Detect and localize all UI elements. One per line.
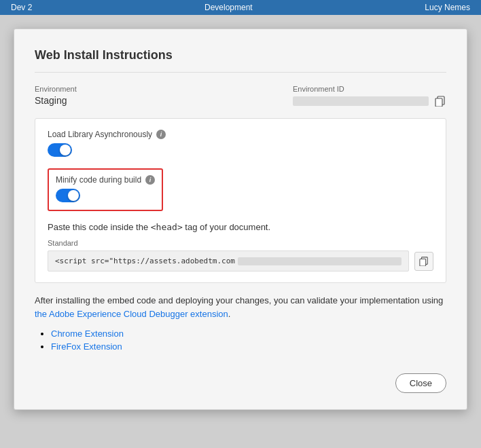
topbar-left: Dev 2 bbox=[11, 3, 32, 12]
after-install-text: After installing the embed code and depl… bbox=[35, 294, 446, 320]
copy-code-button[interactable] bbox=[414, 252, 433, 271]
environment-label: Environment bbox=[35, 85, 77, 93]
modal-dialog: Web Install Instructions Environment Sta… bbox=[14, 29, 467, 410]
minify-label-row: Minify code during build i bbox=[56, 175, 155, 185]
chrome-extension-link[interactable]: Chrome Extension bbox=[51, 329, 124, 339]
paste-text: Paste this code inside the <head> tag of… bbox=[48, 222, 433, 232]
close-button[interactable]: Close bbox=[395, 373, 446, 393]
standard-label: Standard bbox=[48, 239, 433, 247]
environment-row: Environment Staging Environment ID bbox=[35, 85, 446, 107]
minify-row: Minify code during build i bbox=[48, 168, 163, 211]
minify-info-icon[interactable]: i bbox=[145, 175, 155, 185]
extension-list: Chrome Extension FireFox Extension bbox=[35, 329, 446, 352]
environment-id-section: Environment ID bbox=[293, 85, 446, 107]
modal-footer: Close bbox=[35, 368, 446, 393]
load-async-row: Load Library Asynchronously i bbox=[48, 130, 433, 159]
firefox-extension-link[interactable]: FireFox Extension bbox=[51, 341, 122, 352]
environment-left: Environment Staging bbox=[35, 85, 77, 106]
list-item: FireFox Extension bbox=[51, 341, 446, 352]
modal-title: Web Install Instructions bbox=[35, 48, 446, 73]
svg-rect-1 bbox=[435, 98, 442, 107]
environment-id-value bbox=[293, 95, 446, 107]
code-row: <script src="https://assets.adobedtm.com bbox=[48, 250, 433, 272]
load-async-toggle[interactable] bbox=[48, 143, 72, 157]
code-text: <script src="https://assets.adobedtm.com bbox=[55, 257, 235, 265]
load-async-info-icon[interactable]: i bbox=[156, 130, 166, 139]
environment-id-blurred bbox=[293, 96, 429, 106]
head-tag: <head> bbox=[151, 222, 183, 232]
minify-highlighted-row: Minify code during build i bbox=[48, 168, 433, 211]
overlay: Web Install Instructions Environment Sta… bbox=[0, 15, 481, 448]
environment-id-label: Environment ID bbox=[293, 85, 344, 93]
svg-rect-3 bbox=[420, 259, 426, 266]
paste-section: Paste this code inside the <head> tag of… bbox=[48, 222, 433, 272]
settings-box: Load Library Asynchronously i Minify cod… bbox=[35, 118, 446, 283]
code-box: <script src="https://assets.adobedtm.com bbox=[48, 250, 409, 272]
minify-toggle[interactable] bbox=[56, 189, 80, 202]
topbar-center: Development bbox=[204, 3, 253, 12]
top-bar: Dev 2 Development Lucy Nemes bbox=[0, 0, 481, 15]
load-async-label: Load Library Asynchronously bbox=[48, 130, 152, 139]
environment-value: Staging bbox=[35, 95, 77, 106]
topbar-right: Lucy Nemes bbox=[425, 3, 470, 12]
minify-label: Minify code during build bbox=[56, 175, 141, 185]
debugger-extension-link[interactable]: the Adobe Experience Cloud Debugger exte… bbox=[35, 309, 228, 319]
copy-env-id-icon[interactable] bbox=[434, 95, 446, 107]
list-item: Chrome Extension bbox=[51, 329, 446, 339]
load-async-label-row: Load Library Asynchronously i bbox=[48, 130, 433, 139]
code-blurred bbox=[238, 257, 402, 265]
